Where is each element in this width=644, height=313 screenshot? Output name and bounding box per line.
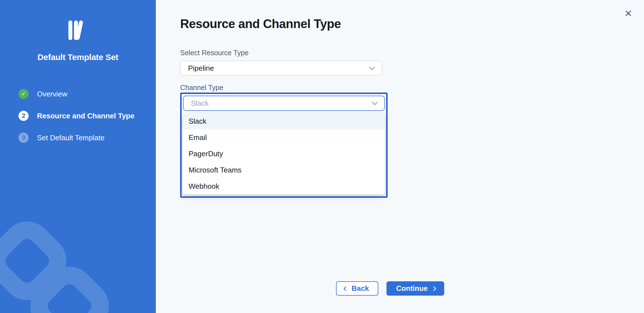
dropdown-option-pagerduty[interactable]: PagerDuty — [183, 146, 385, 162]
dropdown-option-webhook[interactable]: Webhook — [183, 178, 385, 194]
step-number-badge: 2 — [18, 111, 29, 121]
resource-type-label: Select Resource Type — [180, 49, 644, 57]
back-button-label: Back — [351, 284, 369, 293]
dropdown-option-slack[interactable]: Slack — [183, 113, 385, 129]
step-complete-check-icon: ✓ — [18, 89, 29, 99]
dropdown-option-email[interactable]: Email — [183, 129, 385, 146]
wizard-steps: ✓ Overview 2 Resource and Channel Type 3… — [13, 89, 142, 143]
main-panel: ✕ Resource and Channel Type Select Resou… — [156, 0, 644, 313]
wizard-title: Default Template Set — [13, 52, 142, 62]
wizard-modal: Default Template Set ✓ Overview 2 Resour… — [0, 0, 644, 313]
close-button[interactable]: ✕ — [622, 7, 635, 20]
back-button[interactable]: Back — [336, 281, 378, 296]
resource-type-value: Pipeline — [188, 64, 370, 73]
step-label: Overview — [37, 90, 67, 98]
resource-type-select[interactable]: Pipeline — [180, 61, 382, 76]
watermark-pattern — [0, 192, 156, 313]
channel-type-label: Channel Type — [180, 84, 644, 92]
channel-type-select[interactable]: Slack — [183, 96, 385, 111]
step-number-badge: 3 — [18, 133, 29, 143]
dropdown-option-microsoft-teams[interactable]: Microsoft Teams — [183, 162, 385, 178]
wizard-actions: Back Continue — [336, 281, 444, 296]
app-logo-icon — [68, 20, 88, 41]
sidebar: Default Template Set ✓ Overview 2 Resour… — [0, 0, 156, 313]
continue-button-label: Continue — [396, 284, 428, 293]
channel-type-dropdown: Slack Email PagerDuty Microsoft Teams We… — [183, 113, 385, 194]
channel-type-value: Slack — [191, 99, 373, 108]
step-set-default-template[interactable]: 3 Set Default Template — [18, 133, 142, 143]
step-resource-and-channel-type[interactable]: 2 Resource and Channel Type — [18, 111, 142, 121]
chevron-down-icon — [372, 99, 378, 105]
channel-type-focus-ring: Slack Slack Email PagerDuty Microsoft Te… — [180, 93, 388, 198]
chevron-left-icon — [344, 286, 348, 291]
step-overview[interactable]: ✓ Overview — [18, 89, 142, 99]
step-label: Set Default Template — [37, 134, 105, 142]
page-title: Resource and Channel Type — [180, 17, 644, 31]
step-label: Resource and Channel Type — [37, 112, 135, 120]
chevron-down-icon — [369, 64, 375, 70]
close-icon: ✕ — [624, 8, 633, 19]
continue-button[interactable]: Continue — [386, 281, 444, 296]
chevron-right-icon — [432, 286, 436, 291]
